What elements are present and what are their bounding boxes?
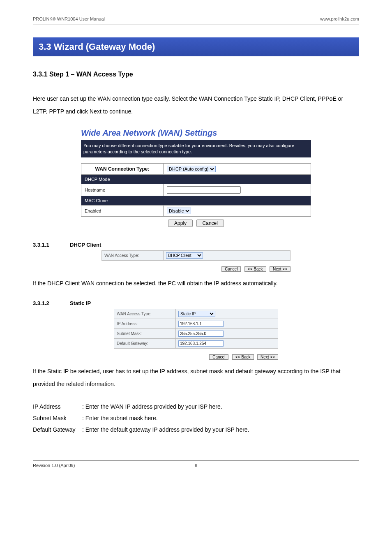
dhcp-access-label: WAN Access Type: bbox=[102, 251, 164, 261]
intro-text: Here user can set up the WAN connection … bbox=[33, 92, 359, 118]
def-ip-term: IP Address bbox=[33, 401, 82, 412]
wan-title: Wide Area Network (WAN) Settings bbox=[81, 128, 311, 138]
dhcp-back-button[interactable]: << Back bbox=[244, 266, 266, 272]
footer-page-number: 8 bbox=[195, 463, 197, 468]
sec-3312-num: 3.3.1.2 bbox=[33, 300, 70, 306]
wan-settings-panel: Wide Area Network (WAN) Settings You may… bbox=[81, 128, 311, 230]
mac-clone-header: MAC Clone bbox=[81, 196, 311, 206]
def-mask-desc: : Enter the subnet mask here. bbox=[82, 412, 158, 424]
wan-conn-type-select[interactable]: DHCP (Auto config) bbox=[167, 166, 216, 172]
static-next-button[interactable]: Next >> bbox=[257, 354, 278, 360]
static-gw-label: Default Gateway: bbox=[114, 339, 176, 349]
header-right: www.prolink2u.com bbox=[320, 16, 359, 21]
dhcp-text: If the DHCP Client WAN connection be sel… bbox=[33, 277, 359, 290]
static-access-select[interactable]: Static IP bbox=[178, 311, 215, 317]
footer-left: Revision 1.0 (Apr'09) bbox=[33, 463, 75, 468]
header-divider bbox=[33, 25, 359, 25]
section-banner: 3.3 Wizard (Gateway Mode) bbox=[33, 37, 359, 56]
static-gw-input[interactable] bbox=[178, 340, 224, 347]
dhcp-access-select[interactable]: DHCP Client bbox=[166, 252, 203, 259]
def-ip-desc: : Enter the WAN IP address provided by y… bbox=[82, 401, 222, 412]
cancel-button[interactable]: Cancel bbox=[196, 220, 224, 227]
enabled-label: Enabled bbox=[81, 206, 164, 217]
dhcp-next-button[interactable]: Next >> bbox=[270, 266, 291, 272]
sec-3311-title: DHCP Client bbox=[70, 242, 101, 248]
static-access-label: WAN Access Type: bbox=[114, 309, 176, 319]
def-gw-term: Default Gateway bbox=[33, 424, 82, 435]
wan-conn-type-label: WAN Connection Type: bbox=[81, 164, 164, 175]
def-gw-desc: : Enter the default gateway IP address p… bbox=[82, 424, 249, 435]
subheading-step1: 3.3.1 Step 1 – WAN Access Type bbox=[33, 71, 359, 78]
wan-description: You may choose different connection type… bbox=[81, 140, 311, 158]
enabled-select[interactable]: Disable bbox=[167, 208, 191, 214]
static-text: If the Static IP be selected, user has t… bbox=[33, 365, 359, 391]
static-cancel-button[interactable]: Cancel bbox=[209, 354, 228, 360]
dhcp-mode-header: DHCP Mode bbox=[81, 175, 311, 184]
static-ip-label: IP Address: bbox=[114, 319, 176, 329]
hostname-label: Hostname bbox=[81, 184, 164, 196]
apply-button[interactable]: Apply bbox=[168, 220, 193, 227]
def-mask-term: Subnet Mask bbox=[33, 412, 82, 424]
static-mask-label: Subnet Mask: bbox=[114, 329, 176, 339]
static-ip-input[interactable] bbox=[178, 321, 224, 327]
dhcp-cancel-button[interactable]: Cancel bbox=[221, 266, 241, 272]
hostname-input[interactable] bbox=[167, 186, 241, 194]
sec-3312-title: Static IP bbox=[70, 300, 91, 306]
header-left: PROLiNK® WNR1004 User Manual bbox=[33, 16, 105, 21]
sec-3311-num: 3.3.1.1 bbox=[33, 242, 70, 248]
static-back-button[interactable]: << Back bbox=[232, 354, 254, 360]
static-mask-input[interactable] bbox=[178, 331, 224, 337]
